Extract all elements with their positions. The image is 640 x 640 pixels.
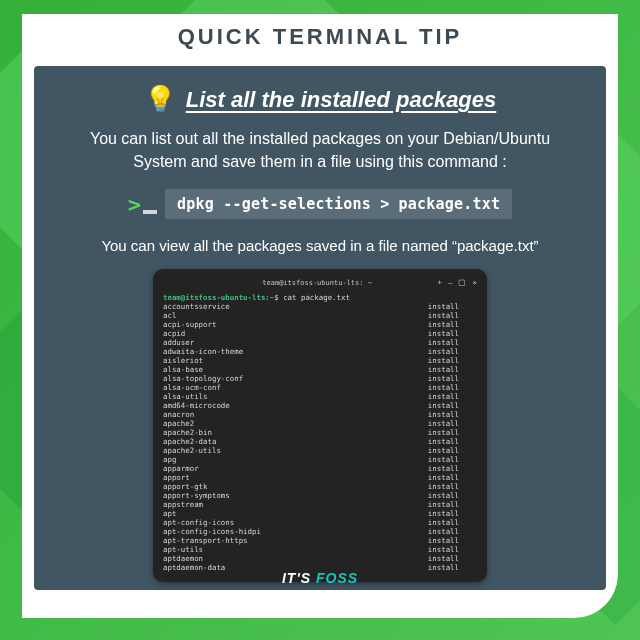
package-status: install [428, 419, 459, 428]
package-row: apt-config-iconsinstall [163, 518, 477, 527]
package-row: alsa-utilsinstall [163, 392, 477, 401]
package-status: install [428, 527, 459, 536]
package-row: apache2install [163, 419, 477, 428]
package-name: apport-symptoms [163, 491, 230, 500]
package-name: apt-utils [163, 545, 203, 554]
package-row: aclinstall [163, 311, 477, 320]
package-row: anacroninstall [163, 410, 477, 419]
package-name: apache2-bin [163, 428, 212, 437]
package-status: install [428, 473, 459, 482]
package-name: apache2-utils [163, 446, 221, 455]
package-name: apache2-data [163, 437, 216, 446]
package-row: apache2-utilsinstall [163, 446, 477, 455]
package-status: install [428, 401, 459, 410]
package-status: install [428, 329, 459, 338]
package-status: install [428, 509, 459, 518]
new-tab-icon: + [437, 279, 442, 287]
title-bar: QUICK TERMINAL TIP [22, 14, 618, 60]
package-name: accountsservice [163, 302, 230, 311]
terminal-title: team@itsfoss-ubuntu-lts: ~ [197, 279, 437, 287]
package-row: apache2-datainstall [163, 437, 477, 446]
package-row: alsa-ucm-confinstall [163, 383, 477, 392]
package-row: acpi-supportinstall [163, 320, 477, 329]
package-name: acpid [163, 329, 185, 338]
package-name: apport-gtk [163, 482, 208, 491]
page-title: QUICK TERMINAL TIP [178, 24, 463, 50]
terminal-output: accountsserviceinstallaclinstallacpi-sup… [163, 302, 477, 572]
package-name: amd64-microcode [163, 401, 230, 410]
package-status: install [428, 500, 459, 509]
package-status: install [428, 545, 459, 554]
command-row: > dpkg --get-selections > package.txt [56, 189, 584, 219]
package-name: apt-transport-https [163, 536, 248, 545]
package-status: install [428, 554, 459, 563]
package-name: acpi-support [163, 320, 216, 329]
package-name: apport [163, 473, 190, 482]
package-name: aisleriot [163, 356, 203, 365]
package-row: appstreaminstall [163, 500, 477, 509]
prompt-icon: > [128, 192, 157, 217]
package-name: apt [163, 509, 176, 518]
terminal-user: team@itsfoss-ubuntu-lts [163, 293, 265, 302]
package-name: alsa-base [163, 365, 203, 374]
package-status: install [428, 356, 459, 365]
tip-heading: List all the installed packages [186, 87, 497, 113]
package-status: install [428, 374, 459, 383]
package-status: install [428, 482, 459, 491]
package-status: install [428, 365, 459, 374]
package-row: aptdaemoninstall [163, 554, 477, 563]
package-status: install [428, 320, 459, 329]
package-status: install [428, 392, 459, 401]
heading-row: 💡 List all the installed packages [56, 84, 584, 115]
brand-logo: IT'S FOSS [34, 570, 606, 586]
package-name: anacron [163, 410, 194, 419]
package-name: alsa-topology-conf [163, 374, 243, 383]
package-row: aptinstall [163, 509, 477, 518]
package-status: install [428, 446, 459, 455]
package-name: appstream [163, 500, 203, 509]
package-status: install [428, 437, 459, 446]
package-status: install [428, 455, 459, 464]
package-row: aisleriotinstall [163, 356, 477, 365]
lightbulb-icon: 💡 [144, 84, 176, 115]
package-status: install [428, 536, 459, 545]
tip-description: You can list out all the installed packa… [74, 127, 566, 173]
package-status: install [428, 518, 459, 527]
package-row: acpidinstall [163, 329, 477, 338]
minimize-icon: – [448, 279, 452, 287]
terminal-window: team@itsfoss-ubuntu-lts: ~ + – ▢ × team@… [153, 269, 487, 582]
terminal-path: :~ [265, 293, 274, 302]
package-status: install [428, 491, 459, 500]
package-name: alsa-utils [163, 392, 208, 401]
package-row: amd64-microcodeinstall [163, 401, 477, 410]
package-status: install [428, 383, 459, 392]
package-row: adwaita-icon-themeinstall [163, 347, 477, 356]
package-status: install [428, 428, 459, 437]
package-status: install [428, 347, 459, 356]
package-row: apparmorinstall [163, 464, 477, 473]
package-status: install [428, 311, 459, 320]
package-row: apt-transport-httpsinstall [163, 536, 477, 545]
package-name: alsa-ucm-conf [163, 383, 221, 392]
brand-its: IT'S [282, 570, 316, 586]
package-name: adwaita-icon-theme [163, 347, 243, 356]
package-status: install [428, 302, 459, 311]
package-row: alsa-topology-confinstall [163, 374, 477, 383]
brand-foss: FOSS [316, 570, 358, 586]
maximize-icon: ▢ [458, 279, 466, 287]
package-name: adduser [163, 338, 194, 347]
terminal-titlebar: team@itsfoss-ubuntu-lts: ~ + – ▢ × [163, 275, 477, 291]
command-text: dpkg --get-selections > package.txt [165, 189, 512, 219]
close-icon: × [472, 279, 477, 287]
package-name: apache2 [163, 419, 194, 428]
package-name: apparmor [163, 464, 199, 473]
package-name: aptdaemon [163, 554, 203, 563]
terminal-prompt-line: team@itsfoss-ubuntu-lts:~$ cat package.t… [163, 293, 477, 302]
package-row: accountsserviceinstall [163, 302, 477, 311]
package-row: adduserinstall [163, 338, 477, 347]
package-row: apportinstall [163, 473, 477, 482]
package-name: apt-config-icons [163, 518, 234, 527]
package-row: apt-config-icons-hidpiinstall [163, 527, 477, 536]
package-status: install [428, 338, 459, 347]
package-row: apt-utilsinstall [163, 545, 477, 554]
